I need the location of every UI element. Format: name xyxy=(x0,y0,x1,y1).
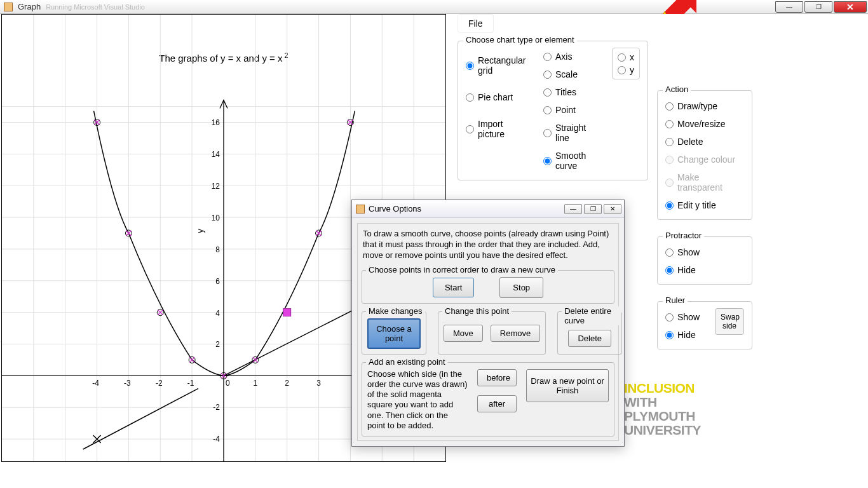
app-title: Graph xyxy=(18,2,41,11)
move-button[interactable]: Move xyxy=(444,325,483,342)
radio-y[interactable]: y xyxy=(618,64,634,76)
action-group: Action Draw/type Move/resize Delete Chan… xyxy=(657,90,752,220)
radio-pie-chart[interactable]: Pie chart xyxy=(466,88,532,106)
radio-smooth-curve[interactable]: Smooth curve xyxy=(543,147,600,175)
radio-point[interactable]: Point xyxy=(543,101,600,119)
ruler-group: Ruler Show Hide Swap side xyxy=(657,301,752,349)
dialog-icon xyxy=(356,205,365,214)
choose-points-group: Choose points in correct order to draw a… xyxy=(362,270,614,304)
chart-type-group: Choose chart type or element Rectangular… xyxy=(458,41,648,180)
svg-text:14: 14 xyxy=(212,150,220,159)
svg-text:-1: -1 xyxy=(187,379,194,388)
dialog-title: Curve Options xyxy=(369,204,421,214)
group-title: Choose chart type or element xyxy=(463,35,577,44)
window-minimize-button[interactable]: — xyxy=(775,1,803,13)
svg-text:-3: -3 xyxy=(124,379,131,388)
after-button[interactable]: after xyxy=(477,395,517,412)
svg-text:1: 1 xyxy=(254,379,258,388)
svg-text:8: 8 xyxy=(215,245,220,254)
svg-text:-4: -4 xyxy=(92,379,99,388)
radio-straight-line[interactable]: Straight line xyxy=(543,119,600,147)
draw-new-or-finish-button[interactable]: Draw a new point or Finish xyxy=(526,369,609,402)
radio-axis[interactable]: Axis xyxy=(543,48,600,65)
change-this-point-group: Change this point Move Remove xyxy=(438,311,546,355)
svg-text:4: 4 xyxy=(215,309,220,318)
dialog-minimize-button[interactable]: — xyxy=(564,204,582,214)
group-title: Ruler xyxy=(663,295,688,305)
delete-button[interactable]: Delete xyxy=(568,330,611,347)
svg-line-44 xyxy=(83,388,198,449)
curve-desc: To draw a smooth curve, choose points (a… xyxy=(358,224,618,266)
dialog-maximize-button[interactable]: ❐ xyxy=(584,204,602,214)
svg-text:2: 2 xyxy=(285,379,289,388)
make-changes-group: Make changes Choose a point xyxy=(362,311,426,355)
radio-ruler-hide[interactable]: Hide xyxy=(665,326,711,344)
radio-import-picture[interactable]: Import picture xyxy=(466,115,532,143)
file-menu[interactable]: File xyxy=(458,14,494,33)
dialog-close-button[interactable]: ✕ xyxy=(604,204,621,214)
window-close-button[interactable]: ✕ xyxy=(834,1,867,13)
start-button[interactable]: Start xyxy=(433,278,474,297)
svg-text:3: 3 xyxy=(316,379,321,388)
radio-scale[interactable]: Scale xyxy=(543,65,600,83)
radio-change-colour: Change colour xyxy=(665,151,744,168)
radio-make-transparent: Make transparent xyxy=(665,168,744,196)
protractor-group: Protractor Show Hide xyxy=(657,236,752,285)
svg-text:y: y xyxy=(195,229,205,233)
radio-protractor-hide[interactable]: Hide xyxy=(665,261,744,279)
app-icon xyxy=(4,3,13,11)
before-button[interactable]: before xyxy=(477,369,517,386)
delete-curve-group: Delete entire curve Delete xyxy=(557,311,622,355)
group-title: Protractor xyxy=(663,231,704,240)
svg-text:-2: -2 xyxy=(213,403,220,412)
svg-text:-2: -2 xyxy=(156,379,163,388)
svg-text:10: 10 xyxy=(212,214,220,222)
radio-edit-y-title[interactable]: Edit y title xyxy=(665,196,744,214)
window-maximize-button[interactable]: ❐ xyxy=(804,1,832,13)
radio-move-resize[interactable]: Move/resize xyxy=(665,115,744,133)
svg-text:0: 0 xyxy=(226,379,230,388)
radio-titles[interactable]: Titles xyxy=(543,83,600,101)
svg-line-45 xyxy=(224,306,361,376)
svg-text:16: 16 xyxy=(212,119,220,128)
radio-delete[interactable]: Delete xyxy=(665,133,744,151)
svg-text:6: 6 xyxy=(215,277,220,286)
radio-x[interactable]: x xyxy=(618,51,634,64)
radio-rectangular-grid[interactable]: Rectangular grid xyxy=(466,51,532,79)
group-title: Action xyxy=(663,85,691,94)
plymouth-logo: INCLUSION WITH PLYMOUTH UNIVERSITY xyxy=(624,381,701,437)
app-title-faded: Running Microsoft Visual Studio xyxy=(46,3,145,11)
app-titlebar: Graph Running Microsoft Visual Studio — … xyxy=(0,0,868,14)
svg-text:2: 2 xyxy=(215,340,220,349)
add-existing-desc: Choose which side (in the order the curv… xyxy=(367,369,468,431)
choose-a-point-button[interactable]: Choose a point xyxy=(367,318,421,349)
svg-text:12: 12 xyxy=(212,182,220,191)
swap-side-button[interactable]: Swap side xyxy=(715,308,744,335)
radio-draw-type[interactable]: Draw/type xyxy=(665,97,744,115)
add-existing-group: Add an existing point Choose which side … xyxy=(362,362,614,437)
remove-button[interactable]: Remove xyxy=(491,325,540,342)
radio-ruler-show[interactable]: Show xyxy=(665,308,711,326)
svg-text:-4: -4 xyxy=(213,435,220,444)
curve-options-dialog: Curve Options — ❐ ✕ To draw a smooth cur… xyxy=(351,200,625,447)
dialog-titlebar[interactable]: Curve Options — ❐ ✕ xyxy=(352,200,624,218)
svg-rect-54 xyxy=(283,309,291,316)
stop-button[interactable]: Stop xyxy=(499,277,543,298)
radio-protractor-show[interactable]: Show xyxy=(665,243,744,261)
